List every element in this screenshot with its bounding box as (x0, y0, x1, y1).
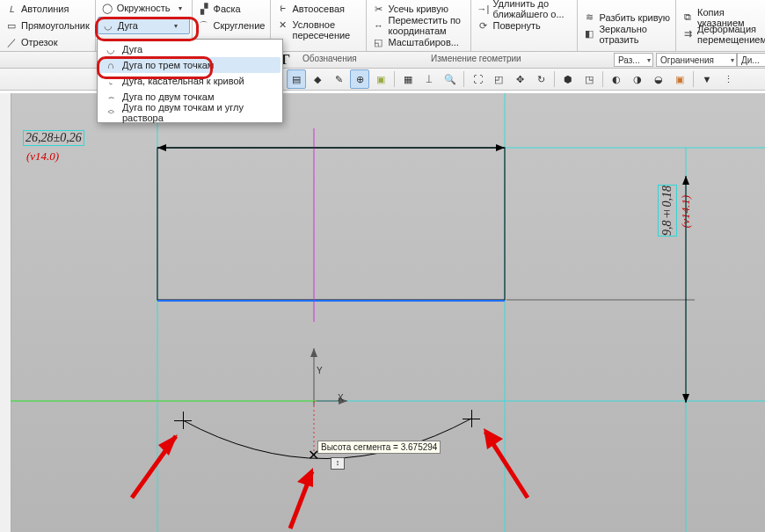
ribbon-group-edit3: ≋Разбить кривую ◧Зеркально отразить (578, 0, 676, 51)
cmd-rectangle[interactable]: ▭Прямоугольник (2, 18, 93, 33)
cmd-label: Дуга (118, 20, 138, 31)
ribbon-group-edit4: ⧉Копия указанием ⇉Деформация перемещение… (676, 0, 765, 51)
arc-icon: ◡ (102, 19, 114, 32)
dropdown-icon: ▾ (170, 19, 182, 32)
svg-marker-24 (297, 468, 313, 487)
cmd-scale[interactable]: ◱Масштабиров... (368, 34, 469, 50)
cmd-label: Повернуть (492, 20, 540, 31)
cmd-label: Автолиния (21, 4, 69, 14)
qi-orbit[interactable]: ↻ (531, 69, 550, 89)
ribbon-group-geometry1: 𝘓Автолиния ▭Прямоугольник ／Отрезок (0, 0, 96, 51)
separator (463, 71, 464, 87)
arc-dropdown-menu: ◡Дуга ∩Дуга по трем точкам ⦦Дуга, касате… (97, 39, 283, 123)
band-notes[interactable]: Обозначения (302, 54, 357, 63)
menu-arc-3points[interactable]: ∩Дуга по трем точкам (99, 57, 280, 73)
cmd-autoline[interactable]: 𝘓Автолиния (2, 1, 93, 17)
fillet-icon: ⌒ (198, 19, 210, 32)
drawing-canvas[interactable]: 26,28±0,26 (v14.0) 9,8±0,18 (v14.1) (0, 93, 765, 532)
cmd-deform[interactable]: ⇉Деформация перемещением (678, 26, 765, 42)
cmd-autoaxis[interactable]: ⥼Автоосевая (273, 1, 364, 17)
band-change[interactable]: Изменение геометрии (431, 54, 521, 63)
arc-icon: ◡ (105, 43, 117, 55)
qi-eraser[interactable]: ◆ (308, 69, 327, 89)
circle-icon: ◯ (101, 2, 113, 14)
qi-zoomwin[interactable]: ◰ (489, 69, 508, 89)
cmd-mirror[interactable]: ◧Зеркально отразить (579, 26, 674, 42)
cmd-arc[interactable]: ◡Дуга▾ (98, 17, 190, 34)
qi-view3[interactable]: ◒ (649, 69, 668, 89)
menu-arc-2points-angle[interactable]: ⌔Дуга по двум точкам и углу раствора (99, 105, 280, 120)
menu-label: Дуга по двум точкам и углу раствора (122, 102, 275, 123)
extend-icon: →| (477, 3, 489, 15)
svg-marker-10 (496, 144, 505, 151)
axis-icon: ⥼ (276, 3, 288, 15)
split-icon: ≋ (583, 11, 595, 24)
menu-label: Дуга, касательная к кривой (122, 76, 244, 86)
separator (693, 71, 694, 87)
cmd-label: Разбить кривую (599, 12, 670, 23)
drawing-svg (0, 93, 765, 532)
separator (394, 71, 395, 87)
svg-marker-12 (682, 176, 689, 185)
qi-filter[interactable]: ▼ (697, 69, 717, 89)
cmd-label: Фаска (214, 4, 241, 14)
qi-3d[interactable]: ⬢ (558, 69, 578, 89)
svg-marker-22 (158, 434, 178, 455)
qi-view2[interactable]: ◑ (628, 69, 647, 89)
qi-pencil[interactable]: ✎ (329, 69, 348, 89)
cmd-segment[interactable]: ／Отрезок (2, 34, 93, 50)
segment-height-tooltip: Высота сегмента = 3.675294 (317, 441, 441, 454)
cmd-label: Деформация перемещением (697, 24, 765, 45)
annotation-arrow-3 (475, 423, 545, 506)
cmd-label: Усечь кривую (388, 4, 448, 14)
qi-grid[interactable]: ▦ (398, 69, 418, 89)
qi-target[interactable]: ⊕ (350, 69, 369, 89)
ribbon-group-edit2: →|Удлинить до ближайшего о... ⟳Повернуть (471, 0, 578, 51)
arc2-icon: ⌢ (105, 91, 117, 103)
qi-view1[interactable]: ◐ (607, 69, 626, 89)
cmd-label: Отрезок (21, 37, 57, 47)
cmd-move-coord[interactable]: ↔Переместить по координатам (368, 18, 469, 33)
cmd-chamfer[interactable]: ▞Фаска (194, 1, 269, 17)
arctg-icon: ⦦ (105, 75, 117, 87)
qi-ruler[interactable]: ⟘ (419, 69, 439, 89)
move-icon: ↔ (372, 19, 384, 32)
arc-point-1 (174, 412, 192, 429)
separator (554, 71, 555, 87)
drop-diag[interactable]: Ди... (737, 53, 765, 67)
cmd-label: Условное пересечение (292, 19, 361, 40)
chamfer-icon: ▞ (198, 3, 210, 15)
ribbon-group-axis: ⥼Автоосевая ✕Условное пересечение (271, 0, 367, 51)
cmd-cond-intersect[interactable]: ✕Условное пересечение (273, 18, 364, 51)
qi-cube[interactable]: ◳ (579, 69, 599, 89)
qi-color[interactable]: ▣ (371, 69, 390, 89)
menu-arc-tangent[interactable]: ⦦Дуга, касательная к кривой (99, 73, 280, 89)
annotation-arrow-1 (123, 427, 193, 506)
annotation-arrow-2 (273, 463, 334, 532)
cmd-label: Скругление (214, 20, 266, 31)
cmd-circle[interactable]: ◯Окружность▾ (98, 0, 190, 16)
svg-rect-5 (157, 148, 505, 300)
intersect-icon: ✕ (276, 19, 288, 32)
cmd-label: Окружность (117, 3, 171, 13)
qi-image[interactable]: ▣ (670, 69, 689, 89)
cmd-label: Прямоугольник (21, 20, 90, 31)
deform-icon: ⇉ (681, 28, 694, 40)
cmd-rotate[interactable]: ⟳Повернуть (473, 18, 575, 33)
qi-layer[interactable]: ▤ (287, 69, 306, 89)
qi-pan[interactable]: ✥ (510, 69, 529, 89)
copy-icon: ⧉ (681, 11, 694, 24)
axis-x-label: X (338, 393, 344, 403)
qi-zoom[interactable]: 🔍 (441, 69, 460, 89)
menu-arc[interactable]: ◡Дуга (99, 41, 280, 57)
cmd-fillet[interactable]: ⌒Скругление (194, 18, 269, 33)
arc3-icon: ∩ (105, 59, 117, 71)
trim-icon: ✂ (372, 3, 384, 15)
qi-zoomfit[interactable]: ⛶ (468, 69, 487, 89)
drop-constraints[interactable]: Ограничения (656, 53, 737, 67)
svg-marker-16 (310, 348, 317, 357)
rotate-icon: ⟳ (477, 19, 489, 32)
drop-size[interactable]: Раз... (614, 53, 653, 67)
cmd-extend[interactable]: →|Удлинить до ближайшего о... (473, 1, 575, 17)
qi-more[interactable]: ⋮ (718, 69, 738, 89)
